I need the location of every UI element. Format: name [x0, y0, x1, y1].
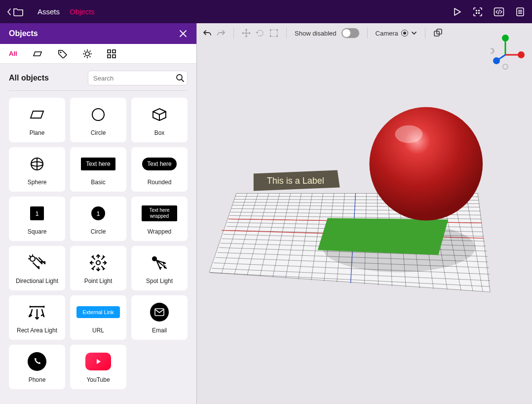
object-youtube[interactable]: YouTube — [70, 345, 126, 389]
object-label: Basic — [91, 179, 105, 186]
filter-lights[interactable] — [82, 49, 92, 59]
svg-rect-11 — [113, 55, 115, 58]
play-icon — [452, 7, 462, 17]
object-plane[interactable]: Plane — [9, 98, 65, 142]
sphere-highlight — [395, 125, 422, 143]
object-circle[interactable]: Circle — [70, 98, 126, 142]
object-label: Email — [152, 327, 167, 334]
object-label-wrapped[interactable]: Text here wrapped Wrapped — [131, 197, 188, 241]
viewport-3d[interactable]: This is a Label — [197, 23, 532, 404]
svg-point-81 — [518, 51, 525, 58]
object-label-basic[interactable]: Text here Basic — [70, 147, 126, 192]
object-label: Square — [28, 228, 47, 235]
object-url[interactable]: External Link URL — [70, 295, 126, 340]
chip-text: External Link — [76, 306, 120, 318]
object-badge-square[interactable]: 1 Square — [9, 197, 65, 241]
search-button[interactable] — [176, 74, 185, 82]
svg-point-12 — [177, 75, 182, 80]
svg-point-17 — [96, 261, 100, 265]
object-label: Rounded — [148, 179, 172, 186]
svg-point-86 — [491, 48, 493, 53]
app-topbar: Assets Objects — [0, 0, 532, 23]
axis-gizmo[interactable] — [491, 33, 525, 70]
svg-rect-10 — [108, 55, 111, 58]
directional-light-icon — [27, 252, 47, 274]
object-phone[interactable]: Phone — [9, 345, 65, 389]
green-plane[interactable] — [318, 218, 449, 255]
object-label: Circle — [91, 228, 106, 235]
object-label: Phone — [29, 376, 46, 383]
topbar-tabs: Assets Objects — [38, 7, 95, 16]
object-point-light[interactable]: Point Light — [70, 246, 126, 290]
svg-rect-0 — [476, 10, 477, 11]
badge-number: 1 — [91, 206, 105, 220]
objects-grid: Plane Circle Box — [0, 91, 196, 396]
qr-icon — [473, 7, 483, 17]
search-input[interactable] — [88, 71, 188, 85]
filter-labels[interactable] — [58, 49, 68, 58]
filter-shapes[interactable] — [32, 50, 43, 58]
back-to-folder[interactable] — [7, 7, 24, 17]
badge-number: 1 — [30, 206, 44, 220]
tab-assets[interactable]: Assets — [38, 7, 60, 16]
objects-panel: Objects All — [0, 23, 197, 404]
chevron-left-icon — [7, 8, 12, 16]
point-light-icon — [89, 252, 108, 274]
email-icon — [150, 301, 169, 323]
svg-rect-8 — [108, 50, 111, 53]
document-icon — [515, 7, 525, 17]
tab-objects[interactable]: Objects — [70, 7, 95, 16]
youtube-icon — [85, 351, 111, 372]
svg-rect-1 — [478, 10, 480, 11]
docs-button[interactable] — [515, 7, 525, 17]
object-label: Directional Light — [16, 278, 58, 284]
play-button[interactable] — [452, 7, 462, 17]
object-directional-light[interactable]: Directional Light — [9, 246, 65, 290]
plane-shape-icon — [32, 50, 43, 58]
object-label: YouTube — [86, 376, 110, 383]
object-sphere[interactable]: Sphere — [9, 147, 65, 192]
tag-icon — [58, 49, 68, 58]
panel-search-row: All objects — [0, 64, 196, 90]
object-label-rounded[interactable]: Text here Rounded — [131, 147, 188, 192]
axis-gizmo-icon — [491, 33, 525, 70]
filter-misc[interactable] — [107, 49, 116, 58]
object-email[interactable]: Email — [131, 295, 188, 340]
code-button[interactable] — [494, 7, 504, 17]
viewport-area: Show disabled Camera — [197, 23, 532, 404]
scene-label[interactable]: This is a Label — [254, 170, 340, 191]
object-badge-circle[interactable]: 1 Circle — [70, 197, 126, 241]
folder-icon — [13, 7, 24, 17]
svg-point-82 — [493, 57, 500, 64]
rect-area-light-icon — [27, 301, 47, 323]
sun-icon — [82, 49, 92, 59]
close-icon — [179, 29, 188, 38]
panel-title: Objects — [9, 29, 38, 38]
svg-rect-3 — [478, 12, 480, 14]
object-label: Spot Light — [146, 278, 173, 284]
plane-icon — [29, 104, 45, 125]
filter-all[interactable]: All — [9, 50, 17, 57]
panel-header: Objects — [0, 23, 196, 44]
red-sphere[interactable] — [369, 107, 483, 221]
svg-point-6 — [60, 51, 61, 53]
object-label: Wrapped — [148, 228, 171, 235]
box-icon — [152, 104, 167, 125]
object-label: Box — [154, 129, 165, 136]
object-label: URL — [92, 327, 104, 334]
close-button[interactable] — [179, 29, 188, 38]
qr-button[interactable] — [473, 7, 483, 17]
grid-icon — [107, 49, 116, 58]
object-rect-area-light[interactable]: Rect Area Light — [9, 295, 65, 340]
object-box[interactable]: Box — [131, 98, 188, 142]
basic-chip-icon: Text here — [81, 153, 115, 175]
object-spot-light[interactable]: Spot Light — [131, 246, 188, 290]
external-link-pill-icon: External Link — [76, 301, 120, 323]
svg-rect-9 — [113, 50, 115, 53]
svg-point-83 — [503, 64, 508, 69]
chip-text: Text here wrapped — [142, 205, 177, 221]
object-label: Point Light — [84, 278, 113, 284]
object-label: Rect Area Light — [17, 327, 57, 334]
svg-point-80 — [502, 35, 509, 41]
chip-text: Text here — [81, 158, 115, 170]
